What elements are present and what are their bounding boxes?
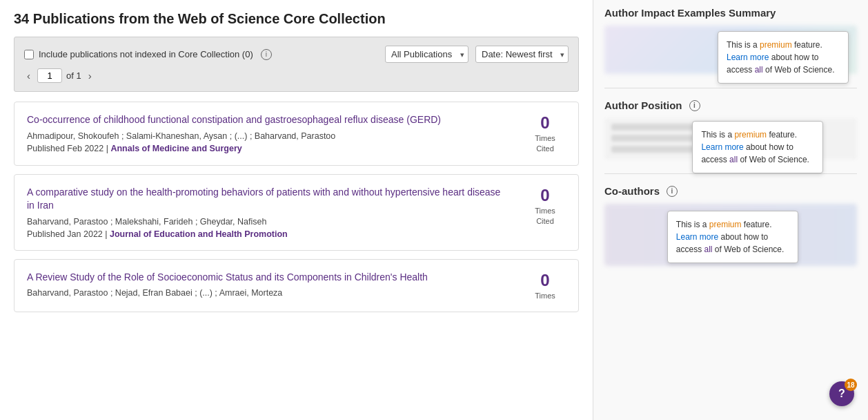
all-publications-dropdown[interactable]: All Publications [385, 46, 468, 63]
times-cited-num-3: 0 [524, 271, 566, 290]
filter-bar: Include publications not indexed in Core… [14, 37, 579, 92]
page-total: of 1 [66, 70, 81, 81]
times-cited-label-1: Times Cited [535, 134, 555, 153]
divider-2 [604, 173, 857, 174]
coauthors-info-icon[interactable]: i [667, 186, 678, 197]
info-icon[interactable]: i [261, 49, 272, 60]
pagination-row: ‹ of 1 › [24, 68, 569, 83]
divider-1 [604, 88, 857, 88]
author-impact-title: Author Impact Examples Summary [604, 7, 857, 19]
author-impact-premium-tooltip: This is a premium feature. Learn more ab… [718, 31, 849, 84]
premium-about-2: about how to [746, 142, 793, 152]
premium-learn-link-3[interactable]: Learn more [676, 232, 718, 242]
times-cited-2: 0 Times Cited [524, 186, 566, 227]
author-position-premium-tooltip: This is a premium feature. Learn more ab… [692, 121, 823, 173]
author-impact-premium-wrapper: This is a premium feature. Learn more ab… [604, 26, 857, 74]
pub-meta-1: Published Feb 2022 | Annals of Medicine … [27, 144, 511, 153]
times-cited-label-2: Times Cited [535, 207, 555, 225]
date-sort-dropdown[interactable]: Date: Newest first [475, 46, 569, 63]
author-position-info-icon[interactable]: i [689, 100, 700, 111]
left-panel: 34 Publications from the Web of Science … [0, 0, 593, 420]
premium-wos-2: of Web of Science. [740, 155, 809, 164]
filter-dropdowns: All Publications Date: Newest first [385, 46, 569, 63]
include-checkbox-label: Include publications not indexed in Core… [24, 49, 272, 60]
author-position-section: Author Position i This is a premium feat… [604, 99, 857, 160]
pub-authors-2: Baharvand, Parastoo ; Malekshahi, Faride… [27, 217, 511, 227]
times-cited-3: 0 Times [524, 271, 566, 300]
page-input[interactable] [37, 68, 62, 83]
coauthors-container: This is a premium feature. Learn more ab… [604, 204, 857, 266]
checkbox-text: Include publications not indexed in Core… [39, 49, 253, 59]
pub-content-3: A Review Study of the Role of Socioecono… [27, 271, 511, 301]
premium-wos-1: of Web of Science. [765, 65, 835, 75]
pub-content-2: A comparative study on the health-promot… [27, 186, 511, 239]
pub-title-1[interactable]: Co-occurrence of childhood functional co… [27, 113, 511, 127]
coauthors-section: Co-authors i This is a premium feature. … [604, 185, 857, 266]
prev-page-button[interactable]: ‹ [24, 70, 33, 82]
pub-date-1: Published Feb 2022 [27, 144, 103, 153]
premium-about-3: about how to [721, 232, 769, 242]
premium-all-link-1[interactable]: all [755, 65, 763, 75]
times-cited-label-3: Times [535, 292, 555, 300]
premium-about-1: about how to [771, 52, 819, 62]
premium-all-link-2[interactable]: all [729, 155, 738, 164]
premium-all-link-3[interactable]: all [704, 245, 712, 254]
premium-learn-link-2[interactable]: Learn more [701, 142, 743, 152]
page-title: 34 Publications from the Web of Science … [14, 11, 579, 27]
premium-text-3: This is a premium feature. [676, 220, 772, 229]
pub-date-2: Published Jan 2022 [27, 229, 103, 239]
premium-text-1: This is a premium feature. [727, 40, 822, 50]
right-panel: Author Impact Examples Summary This is a… [593, 0, 868, 420]
pub-authors-3: Baharvand, Parastoo ; Nejad, Efran Babae… [27, 288, 511, 298]
pub-title-3[interactable]: A Review Study of the Role of Socioecono… [27, 271, 511, 285]
premium-access-3: access [676, 245, 704, 254]
premium-learn-link-1[interactable]: Learn more [727, 52, 769, 62]
times-cited-num-1: 0 [524, 113, 566, 133]
pub-authors-1: Ahmadipour, Shokoufeh ; Salami-Khaneshan… [27, 131, 511, 141]
pub-content-1: Co-occurrence of childhood functional co… [27, 113, 511, 153]
premium-text-2: This is a premium feature. [701, 130, 797, 140]
help-button[interactable]: ? 18 [829, 381, 854, 406]
premium-access-2: access [701, 155, 729, 164]
coauthors-premium-tooltip: This is a premium feature. Learn more ab… [667, 211, 798, 263]
premium-wos-3: of Web of Science. [715, 245, 785, 254]
pub-journal-2[interactable]: Journal of Education and Health Promotio… [110, 229, 288, 239]
times-cited-num-2: 0 [524, 186, 566, 205]
pub-title-2[interactable]: A comparative study on the health-promot… [27, 186, 511, 213]
times-cited-1: 0 Times Cited [524, 113, 566, 154]
all-publications-dropdown-wrapper: All Publications [385, 46, 468, 63]
author-position-title: Author Position i [604, 99, 857, 111]
author-position-container: This is a premium feature. Learn more ab… [604, 118, 857, 160]
pub-journal-1[interactable]: Annals of Medicine and Surgery [110, 144, 241, 153]
coauthors-title: Co-authors i [604, 185, 857, 197]
author-impact-section: Author Impact Examples Summary This is a… [604, 7, 857, 74]
pub-meta-2: Published Jan 2022 | Journal of Educatio… [27, 229, 511, 239]
help-badge: 18 [845, 379, 857, 391]
publication-card-2: A comparative study on the health-promot… [14, 174, 579, 251]
premium-access-1: access [727, 65, 755, 75]
include-checkbox[interactable] [24, 50, 34, 59]
publication-card-1: Co-occurrence of childhood functional co… [14, 102, 579, 166]
next-page-button[interactable]: › [86, 70, 95, 82]
publication-card-3: A Review Study of the Role of Socioecono… [14, 259, 579, 313]
date-sort-dropdown-wrapper: Date: Newest first [475, 46, 569, 63]
